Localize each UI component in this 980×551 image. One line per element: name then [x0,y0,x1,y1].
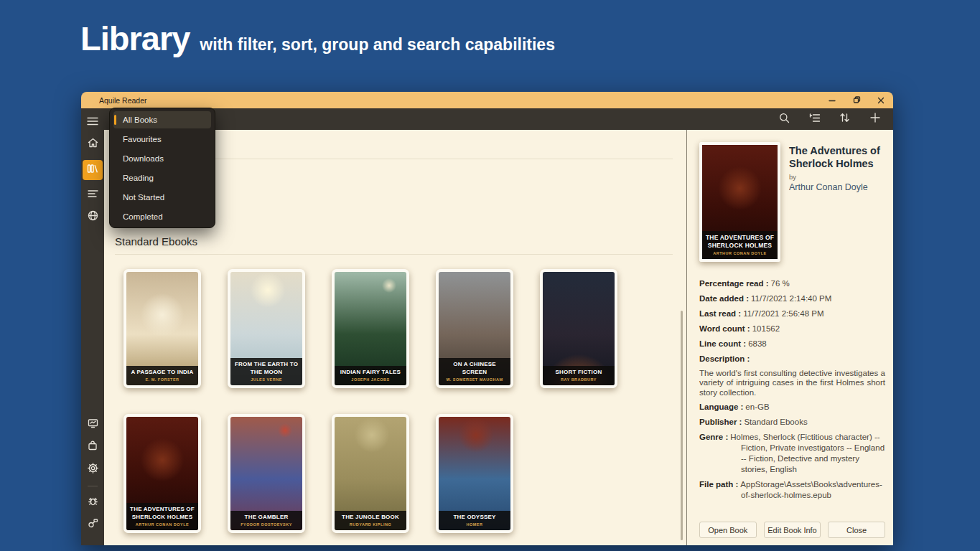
books-grid: A PASSAGE TO INDIAE. M. FORSTERFROM THE … [123,269,673,533]
sidebar-item-bug-report[interactable] [83,494,103,511]
book-tile[interactable]: SHORT FICTIONRAY BRADBURY [540,269,617,388]
group-button[interactable] [803,110,826,128]
titlebar: Aquile Reader [81,92,893,108]
settings-icon [88,463,98,476]
filter-menu-item-label: Downloads [123,154,164,163]
store-icon [88,441,98,453]
book-title: THE ADVENTURES OF SHERLOCK HOLMES [128,506,197,521]
book-cover-band: SHORT FICTIONRAY BRADBURY [543,366,615,385]
detail-field-label: Percentage read : [699,279,769,288]
book-tile[interactable]: THE ADVENTURES OF SHERLOCK HOLMESARTHUR … [123,414,201,533]
book-author: RAY BRADBURY [544,377,613,382]
detail-author: Arthur Conan Doyle [789,182,885,192]
add-book-button[interactable] [863,110,887,128]
book-title: THE JUNGLE BOOK [336,514,405,521]
filter-menu-item[interactable]: Reading [113,169,211,187]
filter-menu-item[interactable]: Favourites [113,131,211,148]
content-row: Standard Ebooks A PASSAGE TO INDIAE. M. … [104,130,893,545]
book-tile[interactable]: INDIAN FAIRY TALESJOSEPH JACOBS [332,269,409,388]
detail-field-label: Date added : [699,294,749,303]
restore-button[interactable] [844,92,869,108]
book-author: RUDYARD KIPLING [336,522,405,527]
book-cover-band: A PASSAGE TO INDIAE. M. FORSTER [126,366,198,385]
sidebar-item-settings[interactable] [83,461,103,478]
filter-menu-item-label: Favourites [123,135,162,143]
book-cover-band: ON A CHINESE SCREENW. SOMERSET MAUGHAM [439,358,510,385]
window-title: Aquile Reader [99,96,147,105]
close-button[interactable] [869,92,893,108]
filter-menu-item[interactable]: Not Started [113,189,211,206]
filter-menu-item-label: Completed [123,212,163,221]
detail-field: Description : [699,354,885,364]
filter-menu-item[interactable]: Downloads [113,150,211,167]
detail-field-label: Description : [699,354,750,363]
sidebar-item-whats-new[interactable] [83,416,103,433]
edit-book-info-button[interactable]: Edit Book Info [764,522,821,538]
book-author: JULES VERNE [232,377,301,382]
minimize-button[interactable] [820,92,844,108]
detail-field: File path :AppStorage\Assets\Books\adven… [699,479,885,501]
page-title-main: Library [80,19,190,58]
detail-field-label: Word count : [699,324,750,333]
book-tile[interactable]: ON A CHINESE SCREENW. SOMERSET MAUGHAM [436,269,513,388]
book-author: E. M. FORSTER [128,377,197,382]
book-tile[interactable]: THE GAMBLERFYODOR DOSTOEVSKY [228,414,305,533]
search-button[interactable] [773,110,796,128]
sort-button[interactable] [833,110,857,128]
selected-accent-bar [114,115,116,125]
book-author: JOSEPH JACOBS [336,377,405,382]
library-scrollbar[interactable] [681,311,683,540]
detail-field-paragraph: The world's first consulting detective i… [699,369,885,398]
menu-icon [87,116,98,128]
sort-icon [839,113,850,126]
group-icon [809,113,821,126]
close-detail-button[interactable]: Close [828,522,885,538]
book-tile[interactable]: A PASSAGE TO INDIAE. M. FORSTER [123,269,201,388]
book-tile[interactable]: THE ODYSSEYHOMER [436,414,513,533]
sidebar [81,108,104,545]
sidebar-item-library[interactable] [83,160,103,180]
detail-field: Last read :11/7/2021 2:56:48 PM [699,309,885,319]
book-cover-band: THE ODYSSEYHOMER [439,511,510,530]
detail-field-label: Last read : [699,309,741,318]
detail-panel: THE ADVENTURES OF SHERLOCK HOLMES ARTHUR… [687,130,893,545]
detail-field-value: 6838 [748,339,767,348]
detail-by-label: by [789,173,885,181]
detail-field-label: Line count : [699,339,746,348]
minimize-icon [829,97,836,104]
sidebar-divider [88,486,98,486]
menu-button[interactable] [83,113,103,131]
sidebar-item-home[interactable] [83,136,103,153]
filter-menu-item[interactable]: All Books [113,111,211,128]
detail-field-label: Language : [699,402,743,411]
detail-book-cover[interactable]: THE ADVENTURES OF SHERLOCK HOLMES ARTHUR… [699,142,780,262]
open-book-button[interactable]: Open Book [699,522,757,538]
toolbar [104,108,893,130]
book-title: ON A CHINESE SCREEN [440,361,509,376]
detail-field-value: 11/7/2021 2:56:48 PM [743,309,823,318]
book-author: FYODOR DOSTOEVSKY [232,522,301,527]
detail-info: The Adventures of Sherlock Holmes by Art… [789,142,885,262]
sidebar-item-store[interactable] [83,438,103,456]
collections-icon [88,188,98,201]
detail-field-label: File path : [699,480,738,489]
detail-field: Genre :Holmes, Sherlock (Fictitious char… [699,432,885,475]
book-cover-band: THE JUNGLE BOOKRUDYARD KIPLING [335,511,406,530]
detail-field: Line count :6838 [699,339,885,349]
book-tile[interactable]: FROM THE EARTH TO THE MOONJULES VERNE [228,269,305,388]
detail-field: Date added :11/7/2021 2:14:40 PM [699,293,885,304]
book-tile[interactable]: THE JUNGLE BOOKRUDYARD KIPLING [332,414,409,533]
sidebar-item-web[interactable] [83,208,103,225]
page-title-subtitle: with filter, sort, group and search capa… [200,35,555,55]
detail-cover-title: THE ADVENTURES OF SHERLOCK HOLMES [704,234,776,250]
close-icon [877,97,885,104]
group-header: Standard Ebooks [115,235,673,255]
detail-field-value: 76 % [771,279,790,288]
filter-menu: All BooksFavouritesDownloadsReadingNot S… [109,108,215,228]
filter-menu-item[interactable]: Completed [113,208,211,225]
sidebar-item-collections[interactable] [83,186,103,203]
sidebar-item-share[interactable] [83,516,103,533]
window-controls [820,92,893,108]
detail-field: Publisher :Standard Ebooks [699,417,885,428]
detail-field-value: 11/7/2021 2:14:40 PM [751,294,831,303]
